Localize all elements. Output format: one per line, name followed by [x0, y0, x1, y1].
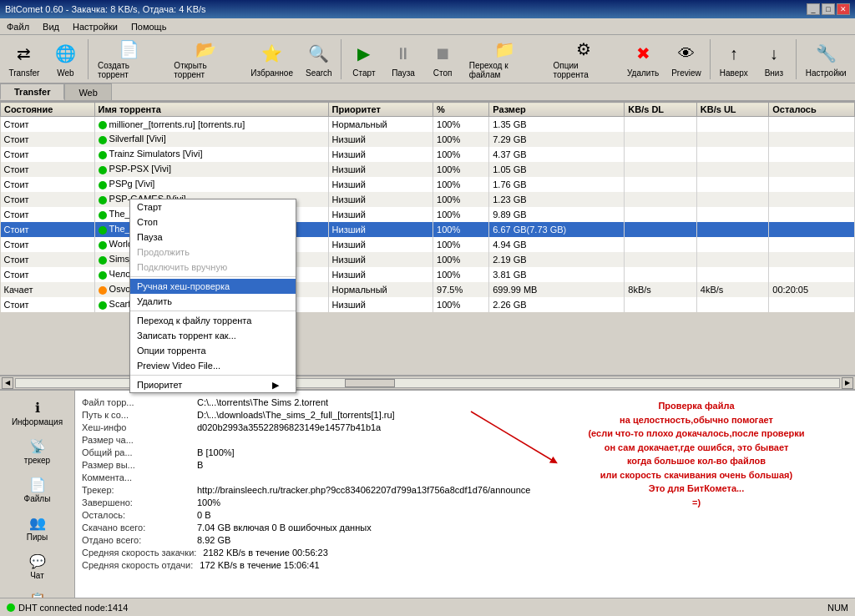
- table-row[interactable]: Стоит millioner_[torrents.ru] [torrents.…: [1, 117, 855, 132]
- close-button[interactable]: ✕: [837, 3, 850, 15]
- ctx-delete[interactable]: Удалить: [130, 294, 296, 309]
- menu-help[interactable]: Помощь: [128, 21, 170, 33]
- content-area: Состояние Имя торрента Приоритет % Разме…: [0, 102, 855, 598]
- cell-priority: Низший: [328, 147, 433, 162]
- table-row[interactable]: Стоит Silverfall [Vivi] Низший 100% 7.29…: [1, 132, 855, 147]
- toolbar-transfer[interactable]: ⇄ Transfer: [3, 38, 45, 81]
- cell-name: Trainz Simulators [Vivi]: [94, 147, 328, 162]
- table-row[interactable]: Стоит PSP-PSX [Vivi] Низший 100% 1.05 GB: [1, 162, 855, 177]
- toolbar-favorites[interactable]: ⭐ Избранное: [245, 38, 298, 81]
- detail-row-remain: Осталось: 0 B: [82, 510, 848, 520]
- table-row[interactable]: Стоит World c... Низший 100% 4.94 GB: [1, 237, 855, 252]
- col-name: Имя торрента: [94, 103, 328, 117]
- cell-dl: [625, 177, 696, 192]
- cell-status: Стоит: [1, 192, 95, 207]
- torrent-options-icon: ⚙: [570, 39, 597, 59]
- toolbar-search[interactable]: 🔍 Search: [300, 38, 337, 81]
- detail-value-avg-ul: 172 KB/s в течение 15:06:41: [200, 560, 319, 570]
- ctx-hash-check[interactable]: Ручная хеш-проверка: [130, 279, 296, 294]
- tab-web[interactable]: Web: [64, 83, 111, 100]
- toolbar-torrent-options[interactable]: ⚙ Опции торрента: [548, 38, 620, 81]
- ctx-separator-3: [130, 375, 296, 376]
- favorites-icon: ⭐: [259, 40, 286, 67]
- cell-priority: Низший: [328, 162, 433, 177]
- cell-remain: [769, 297, 855, 312]
- toolbar-pause[interactable]: ⏸ Пауза: [384, 38, 422, 81]
- table-row[interactable]: Стоит Trainz Simulators [Vivi] Низший 10…: [1, 147, 855, 162]
- ctx-preview-video[interactable]: Preview Video File...: [130, 358, 296, 373]
- table-row[interactable]: Стоит Sims_2... Низший 100% 2.19 GB: [1, 252, 855, 267]
- ctx-continue[interactable]: Продолжить: [130, 245, 296, 260]
- ctx-start[interactable]: Старт: [130, 199, 296, 215]
- sidebar-item-files[interactable]: 📄 Файлы: [0, 471, 74, 509]
- annotation-area: Проверка файла на целостность,обычно пом…: [546, 399, 847, 509]
- menu-settings[interactable]: Настройки: [69, 21, 121, 33]
- status-dot: [99, 301, 107, 310]
- scroll-right-btn[interactable]: ▶: [842, 377, 853, 389]
- toolbar-up[interactable]: ↑ Наверх: [714, 38, 753, 81]
- minimize-button[interactable]: _: [807, 3, 820, 15]
- ctx-goto-file[interactable]: Переход к файлу торрента: [130, 313, 296, 328]
- statusbar: DHT connected node:1414 NUM: [0, 598, 855, 616]
- ctx-save-as[interactable]: Записать торрент как...: [130, 328, 296, 343]
- detail-label-uploaded: Отдано всего:: [82, 535, 190, 545]
- tab-transfer[interactable]: Transfer: [0, 83, 64, 100]
- table-row[interactable]: Качает Osvobod... Нормальный 97.5% 699.9…: [1, 282, 855, 297]
- ctx-torrent-options[interactable]: Опции торрента: [130, 343, 296, 358]
- toolbar-app-settings[interactable]: 🔧 Настройки: [800, 38, 852, 81]
- cell-size: 1.76 GB: [489, 177, 625, 192]
- sidebar-item-peers[interactable]: 👥 Пиры: [0, 509, 74, 548]
- scroll-thumb[interactable]: [345, 379, 395, 387]
- table-row[interactable]: Стоит Scarfac... Низший 100% 2.26 GB: [1, 297, 855, 312]
- toolbar-open[interactable]: 📂 Открыть торрент: [168, 38, 244, 81]
- sidebar-item-logs[interactable]: 📋 Логи: [0, 586, 74, 598]
- pause-icon: ⏸: [390, 40, 417, 67]
- start-icon: ▶: [351, 40, 377, 67]
- toolbar-down[interactable]: ↓ Вниз: [755, 38, 792, 81]
- scroll-left-btn[interactable]: ◀: [2, 377, 13, 389]
- cell-priority: Низший: [328, 192, 433, 207]
- detail-value-avg-dl: 2182 KB/s в течение 00:56:23: [203, 548, 327, 558]
- sidebar-item-tracker[interactable]: 📡 трекер: [0, 432, 74, 471]
- sidebar-item-info[interactable]: ℹ Информация: [0, 394, 74, 432]
- cell-ul: [696, 237, 768, 252]
- main-area: Состояние Имя торрента Приоритет % Разме…: [0, 102, 855, 598]
- col-pct: %: [433, 103, 489, 117]
- toolbar-delete[interactable]: ✖ Удалить: [622, 38, 665, 81]
- toolbar-preview[interactable]: 👁 Preview: [666, 38, 707, 81]
- cell-ul: [696, 162, 768, 177]
- ctx-pause[interactable]: Пауза: [130, 230, 296, 245]
- cell-ul: [696, 132, 768, 147]
- table-row[interactable]: Стоит PSP-GAMES [Vivi] Низший 100% 1.23 …: [1, 192, 855, 207]
- maximize-button[interactable]: □: [822, 3, 835, 15]
- toolbar-web[interactable]: 🌐 Web: [47, 38, 84, 81]
- torrent-list[interactable]: Состояние Имя торрента Приоритет % Разме…: [0, 102, 855, 376]
- cell-ul: 4kB/s: [696, 282, 768, 297]
- cell-status: Стоит: [1, 207, 95, 222]
- toolbar-goto[interactable]: 📁 Переход к файлам: [463, 38, 546, 81]
- table-row[interactable]: Стоит Челове... Низший 100% 3.81 GB: [1, 267, 855, 282]
- horizontal-scrollbar[interactable]: ◀ ▶: [0, 376, 855, 389]
- hscroll-track[interactable]: ◀ ▶: [0, 376, 855, 390]
- cell-size: 4.94 GB: [489, 237, 625, 252]
- sidebar-tracker-label: трекер: [24, 456, 50, 465]
- menu-file[interactable]: Файл: [3, 21, 33, 33]
- cell-status: Качает: [1, 282, 95, 297]
- toolbar-delete-label: Удалить: [627, 68, 659, 78]
- table-row[interactable]: Стоит The_sims_2_full_[torrents[1].ru] […: [1, 207, 855, 222]
- toolbar-create[interactable]: 📄 Создать торрент: [92, 38, 166, 81]
- ctx-priority[interactable]: Приоритет: [130, 377, 296, 392]
- table-row[interactable]: Стоит The_sim... Низший 100% 6.67 GB(7.7…: [1, 222, 855, 237]
- ctx-stop[interactable]: Стоп: [130, 215, 296, 230]
- cell-remain: [769, 207, 855, 222]
- cell-size: 7.29 GB: [489, 132, 625, 147]
- files-icon: 📄: [29, 477, 46, 492]
- toolbar-stop[interactable]: ⏹ Стоп: [424, 38, 462, 81]
- cell-status: Стоит: [1, 237, 95, 252]
- table-row[interactable]: Стоит PSPg [Vivi] Низший 100% 1.76 GB: [1, 177, 855, 192]
- sidebar-item-chat[interactable]: 💬 Чат: [0, 548, 74, 586]
- toolbar-start[interactable]: ▶ Старт: [345, 38, 382, 81]
- ctx-manual-connect[interactable]: Подключить вручную: [130, 260, 296, 275]
- menu-view[interactable]: Вид: [39, 21, 63, 33]
- toolbar-down-label: Вниз: [765, 68, 783, 78]
